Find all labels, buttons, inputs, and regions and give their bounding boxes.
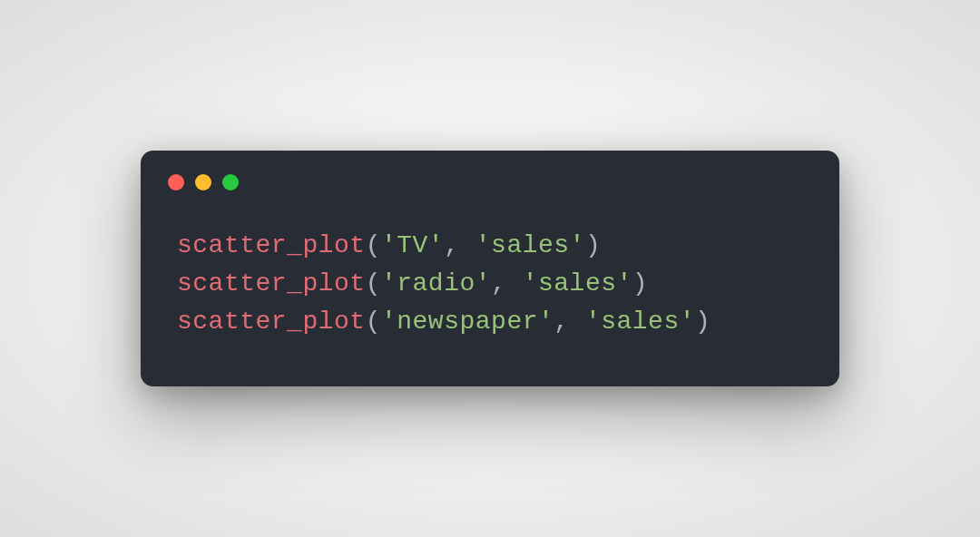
token-string: 'sales' <box>523 269 632 298</box>
code-line: scatter_plot('newspaper', 'sales') <box>177 303 803 341</box>
token-paren: ) <box>585 231 601 259</box>
token-paren: ( <box>366 308 381 336</box>
token-comma: , <box>444 231 475 259</box>
token-string: 'radio' <box>381 269 491 298</box>
code-window: scatter_plot('TV', 'sales')scatter_plot(… <box>141 151 839 386</box>
code-block: scatter_plot('TV', 'sales')scatter_plot(… <box>141 200 839 386</box>
token-function: scatter_plot <box>177 231 366 259</box>
token-paren: ) <box>695 308 710 336</box>
token-function: scatter_plot <box>177 308 366 336</box>
token-string: 'newspaper' <box>381 308 554 336</box>
close-icon[interactable] <box>168 174 184 190</box>
token-string: 'TV' <box>381 231 444 259</box>
token-string: 'sales' <box>585 308 695 336</box>
token-comma: , <box>491 269 523 298</box>
token-paren: ( <box>366 269 381 298</box>
minimize-icon[interactable] <box>195 174 211 190</box>
token-paren: ( <box>366 231 381 259</box>
code-line: scatter_plot('TV', 'sales') <box>177 227 803 265</box>
token-comma: , <box>554 308 585 336</box>
code-line: scatter_plot('radio', 'sales') <box>177 265 803 303</box>
token-function: scatter_plot <box>177 269 366 298</box>
token-paren: ) <box>632 269 648 298</box>
token-string: 'sales' <box>475 231 585 259</box>
maximize-icon[interactable] <box>222 174 239 190</box>
window-controls <box>141 151 839 200</box>
